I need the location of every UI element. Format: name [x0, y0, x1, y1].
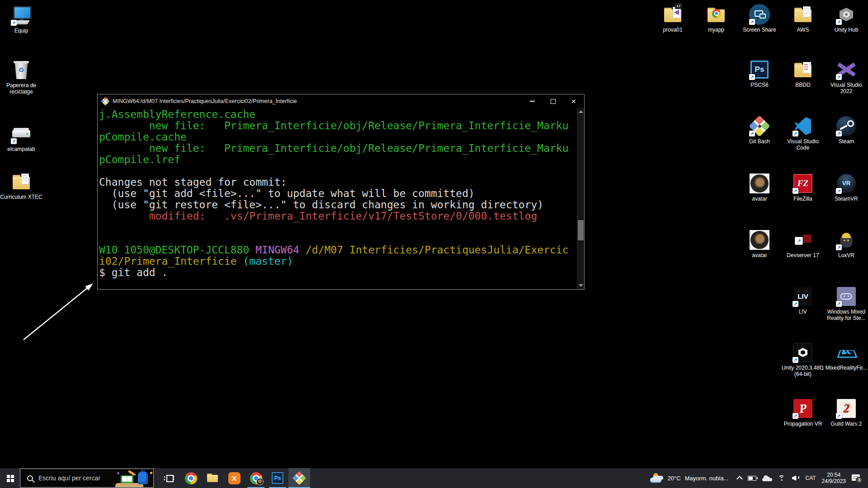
taskbar-app-xampp[interactable] [223, 468, 245, 488]
desktop-icon-avatar-1[interactable]: avatar [738, 173, 781, 202]
paperera-icon [10, 59, 32, 81]
shortcut-arrow-icon: ↗ [793, 131, 798, 136]
desktop-icon-equip[interactable]: ↗Equip [0, 5, 43, 34]
terminal-line: new file: Primera_Interficie/obj/Release… [99, 120, 577, 131]
screen-share-icon: ↗ [749, 4, 770, 25]
terminal-body[interactable]: j.AssemblyReference.cache new file: Prim… [98, 108, 584, 289]
scrollbar-thumb[interactable] [578, 220, 584, 240]
terminal-line: j.AssemblyReference.cache [99, 109, 577, 120]
volume-icon[interactable] [792, 475, 800, 481]
taskbar-app-chrome[interactable] [180, 468, 202, 488]
desktop-icon-luxvr[interactable]: ↗LuxVR [825, 229, 868, 258]
shortcut-arrow-icon: ↗ [11, 20, 17, 26]
onedrive-icon[interactable] [762, 475, 772, 481]
desktop-icon-pscs6[interactable]: ↗PSCS6 [738, 59, 781, 88]
shortcut-arrow-icon: ↗ [836, 74, 842, 80]
desktop-icon-label: FileZilla [781, 196, 825, 202]
clock[interactable]: 20:54 24/9/2023 [822, 472, 846, 484]
terminal-titlebar[interactable]: MINGW64:/d/M07 Interficies/PractiquesJul… [98, 94, 584, 108]
windows-logo-icon [7, 475, 10, 478]
terminal-scrollbar[interactable] [577, 108, 584, 289]
desktop-icon-label: LIV [781, 309, 825, 315]
avatar-2-icon [749, 229, 770, 251]
taskbar-app-photoshop[interactable] [267, 468, 288, 488]
desktop-icon-devserver-17[interactable]: Devserver 17 [781, 229, 825, 258]
taskbar-apps [158, 468, 310, 488]
start-button[interactable] [0, 468, 20, 488]
taskbar-app-file-explorer[interactable] [202, 468, 223, 488]
curriculum-xtec-icon [10, 171, 32, 192]
terminal-line: (use "git add <file>..." to update what … [99, 188, 577, 199]
desktop-icon-unity-hub[interactable]: ↗Unity Hub [825, 4, 868, 33]
myapp-icon [705, 4, 727, 25]
terminal-line: pCompile.lref [99, 154, 577, 165]
taskbar-app-git-bash[interactable] [288, 468, 310, 488]
desktop-icon-label: Screen Share [738, 27, 781, 33]
battery-icon[interactable] [748, 476, 756, 481]
desktop-icon-visual-studio-2022[interactable]: ↗Visual Studio2022 [825, 59, 868, 94]
desktop-icon-myapp[interactable]: myapp [694, 4, 738, 33]
taskbar-app-task-view[interactable] [158, 468, 180, 488]
weather-cloud-icon [650, 473, 664, 483]
desktop-icon-unity-2020[interactable]: ↗Unity 2020.3.48f1(64-bit) [781, 342, 825, 377]
desktop-icon-steam[interactable]: ↗Steam [825, 115, 868, 145]
chrome-profile-icon [250, 472, 262, 484]
desktop-icon-filezilla[interactable]: ↗FileZilla [781, 173, 825, 202]
git-bash-icon: ↗ [749, 115, 770, 137]
desktop-icon-paperera[interactable]: Paperera dereciclatge [0, 59, 43, 95]
desktop-icon-avatar-2[interactable]: avatar [738, 229, 781, 258]
desktop-icon-curriculum-xtec[interactable]: Curriculum XTEC [0, 171, 43, 200]
desktop-icon-label: Unity Hub [825, 27, 868, 33]
desktop-icon-label: BBDD [781, 82, 825, 88]
notification-badge: 3 [856, 477, 863, 483]
desktop-icon-liv[interactable]: ↗LIV [781, 286, 825, 315]
desktop-icon-label: avatar [738, 252, 781, 258]
git-bash-icon [293, 472, 305, 484]
wifi-icon[interactable] [778, 475, 786, 481]
weather-widget[interactable]: 20°C Mayorm. nubla... [650, 473, 729, 483]
desktop-icon-bbdd[interactable]: BBDD [781, 59, 825, 88]
desktop-icon-mixedrealityfe[interactable]: MixedRealityFe... [825, 342, 868, 371]
desktop-icon-windows-mixed-reality[interactable]: ↗Windows MixedReality for Ste... [825, 286, 868, 321]
desktop-icon-visual-studio-code[interactable]: ↗Visual StudioCode [781, 115, 825, 151]
windows-mixed-reality-icon: ↗ [835, 286, 857, 307]
scroll-up-arrow-icon[interactable] [579, 110, 583, 113]
search-box[interactable]: ✦ [20, 469, 154, 488]
desktop-icon-propagation-vr[interactable]: ↗Propagation VR [781, 398, 825, 427]
minimize-button[interactable] [522, 94, 542, 108]
desktop-icon-git-bash[interactable]: ↗Git Bash [738, 115, 781, 145]
tray-expand-chevron-icon[interactable] [736, 475, 742, 482]
desktop-icon-label: LuxVR [825, 252, 868, 258]
steamvr-icon: ↗ [835, 173, 857, 194]
unity-hub-icon: ↗ [835, 4, 857, 25]
desktop-icon-label: Unity 2020.3.48f1(64-bit) [781, 365, 825, 377]
desktop-icon-label: avatar [738, 196, 781, 202]
desktop-icon-elcampalab[interactable]: ↗elcampalab [0, 123, 43, 152]
desktop-icon-label: Equip [0, 28, 43, 34]
desktop-icon-guild-wars-2[interactable]: ↗Guild Wars 2 [825, 398, 868, 427]
temperature: 20°C [668, 475, 681, 482]
visual-studio-2022-icon: ↗ [835, 59, 857, 80]
terminal-line: pCompile.cache [99, 131, 577, 143]
visual-studio-code-icon: ↗ [792, 115, 814, 137]
terminal-line: Changes not staged for commit: [99, 177, 577, 188]
devserver-17-icon [792, 229, 814, 251]
notification-center-icon[interactable]: 3 [852, 474, 862, 482]
xampp-icon [228, 472, 241, 484]
sparkle-icon: ✦ [116, 470, 120, 476]
scroll-down-arrow-icon[interactable] [579, 284, 583, 287]
desktop-icon-aws[interactable]: AWS [781, 4, 825, 33]
system-tray: 20°C Mayorm. nubla... CAT 20:54 24/9/202… [650, 468, 868, 488]
desktop-icon-label: Curriculum XTEC [0, 194, 43, 200]
desktop-icon-screen-share[interactable]: ↗Screen Share [738, 4, 781, 33]
desktop-icon-steamvr[interactable]: ↗SteamVR [825, 173, 868, 202]
close-button[interactable]: ✕ [563, 94, 584, 108]
terminal-output: j.AssemblyReference.cache new file: Prim… [99, 109, 577, 278]
desktop-icon-label: Windows MixedReality for Ste... [825, 309, 868, 321]
taskbar-app-chrome-profile[interactable] [245, 468, 267, 488]
search-input[interactable] [38, 474, 115, 482]
maximize-button[interactable] [542, 94, 563, 108]
terminal-line: i02/Primera_Interficie (master) [99, 256, 577, 267]
desktop-icon-prova01[interactable]: 17prova01 [651, 4, 694, 33]
language-indicator[interactable]: CAT [806, 475, 816, 481]
